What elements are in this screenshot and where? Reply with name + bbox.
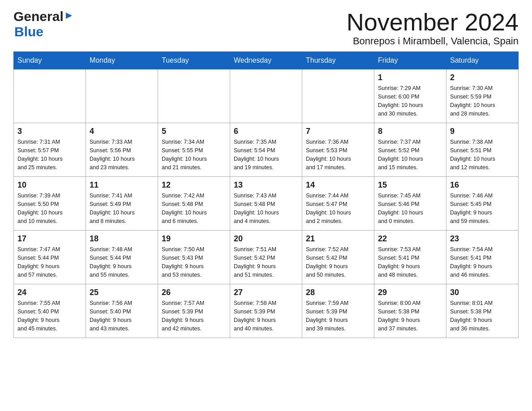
calendar-cell: 17Sunrise: 7:47 AMSunset: 5:44 PMDayligh… — [14, 231, 86, 284]
day-info: Sunrise: 7:53 AMSunset: 5:41 PMDaylight:… — [378, 245, 442, 279]
day-number: 2 — [450, 73, 515, 82]
calendar-cell: 27Sunrise: 7:58 AMSunset: 5:39 PMDayligh… — [230, 284, 302, 338]
calendar-cell — [86, 69, 158, 123]
calendar-cell: 24Sunrise: 7:55 AMSunset: 5:40 PMDayligh… — [14, 284, 86, 338]
calendar-cell: 26Sunrise: 7:57 AMSunset: 5:39 PMDayligh… — [158, 284, 230, 338]
day-number: 12 — [162, 180, 226, 190]
logo-general-text: General — [13, 9, 64, 24]
calendar-cell: 12Sunrise: 7:42 AMSunset: 5:48 PMDayligh… — [158, 177, 230, 231]
day-info: Sunrise: 7:54 AMSunset: 5:41 PMDaylight:… — [450, 245, 515, 279]
day-number: 28 — [306, 288, 370, 297]
day-number: 27 — [234, 288, 298, 297]
day-info: Sunrise: 7:45 AMSunset: 5:46 PMDaylight:… — [378, 192, 442, 225]
logo-triangle-icon — [65, 12, 73, 21]
day-info: Sunrise: 7:51 AMSunset: 5:42 PMDaylight:… — [234, 245, 298, 279]
day-number: 3 — [17, 127, 82, 136]
calendar-week-row: 24Sunrise: 7:55 AMSunset: 5:40 PMDayligh… — [14, 284, 519, 338]
day-number: 9 — [450, 127, 515, 136]
day-number: 29 — [378, 288, 442, 297]
day-number: 17 — [17, 234, 82, 244]
day-number: 25 — [90, 288, 154, 297]
calendar-cell: 2Sunrise: 7:30 AMSunset: 5:59 PMDaylight… — [446, 69, 519, 123]
calendar-cell: 10Sunrise: 7:39 AMSunset: 5:50 PMDayligh… — [14, 177, 86, 231]
calendar-cell: 22Sunrise: 7:53 AMSunset: 5:41 PMDayligh… — [374, 231, 446, 284]
calendar-cell: 1Sunrise: 7:29 AMSunset: 6:00 PMDaylight… — [374, 69, 446, 123]
day-info: Sunrise: 7:31 AMSunset: 5:57 PMDaylight:… — [17, 138, 82, 171]
day-number: 24 — [17, 288, 82, 297]
title-block: November 2024 Bonrepos i Mirambell, Vale… — [347, 9, 519, 47]
day-number: 20 — [234, 234, 298, 244]
day-info: Sunrise: 7:57 AMSunset: 5:39 PMDaylight:… — [162, 299, 226, 333]
calendar-cell: 30Sunrise: 8:01 AMSunset: 5:38 PMDayligh… — [446, 284, 519, 338]
day-info: Sunrise: 7:33 AMSunset: 5:56 PMDaylight:… — [90, 138, 154, 171]
calendar-cell — [14, 69, 86, 123]
calendar-cell: 6Sunrise: 7:35 AMSunset: 5:54 PMDaylight… — [230, 123, 302, 177]
calendar-week-row: 1Sunrise: 7:29 AMSunset: 6:00 PMDaylight… — [14, 69, 519, 123]
day-info: Sunrise: 7:30 AMSunset: 5:59 PMDaylight:… — [450, 84, 515, 118]
calendar-cell: 21Sunrise: 7:52 AMSunset: 5:42 PMDayligh… — [302, 231, 374, 284]
day-info: Sunrise: 7:37 AMSunset: 5:52 PMDaylight:… — [378, 138, 442, 171]
day-header-saturday: Saturday — [446, 52, 519, 69]
calendar-cell: 11Sunrise: 7:41 AMSunset: 5:49 PMDayligh… — [86, 177, 158, 231]
calendar-cell: 29Sunrise: 8:00 AMSunset: 5:38 PMDayligh… — [374, 284, 446, 338]
calendar-cell — [230, 69, 302, 123]
day-number: 22 — [378, 234, 442, 244]
day-header-wednesday: Wednesday — [230, 52, 302, 69]
day-number: 6 — [234, 127, 298, 136]
calendar-cell: 28Sunrise: 7:59 AMSunset: 5:39 PMDayligh… — [302, 284, 374, 338]
day-info: Sunrise: 7:48 AMSunset: 5:44 PMDaylight:… — [90, 245, 154, 279]
calendar-table: SundayMondayTuesdayWednesdayThursdayFrid… — [13, 51, 519, 338]
day-number: 7 — [306, 127, 370, 136]
day-number: 13 — [234, 180, 298, 190]
day-info: Sunrise: 8:00 AMSunset: 5:38 PMDaylight:… — [378, 299, 442, 333]
day-info: Sunrise: 7:46 AMSunset: 5:45 PMDaylight:… — [450, 192, 515, 225]
day-number: 21 — [306, 234, 370, 244]
location-subtitle: Bonrepos i Mirambell, Valencia, Spain — [347, 35, 519, 47]
day-number: 5 — [162, 127, 226, 136]
day-info: Sunrise: 7:50 AMSunset: 5:43 PMDaylight:… — [162, 245, 226, 279]
calendar-cell: 14Sunrise: 7:44 AMSunset: 5:47 PMDayligh… — [302, 177, 374, 231]
calendar-header-row: SundayMondayTuesdayWednesdayThursdayFrid… — [14, 52, 519, 69]
calendar-cell: 3Sunrise: 7:31 AMSunset: 5:57 PMDaylight… — [14, 123, 86, 177]
day-info: Sunrise: 7:44 AMSunset: 5:47 PMDaylight:… — [306, 192, 370, 225]
month-year-title: November 2024 — [347, 9, 519, 35]
day-info: Sunrise: 7:55 AMSunset: 5:40 PMDaylight:… — [17, 299, 82, 333]
calendar-cell: 16Sunrise: 7:46 AMSunset: 5:45 PMDayligh… — [446, 177, 519, 231]
calendar-cell: 25Sunrise: 7:56 AMSunset: 5:40 PMDayligh… — [86, 284, 158, 338]
calendar-week-row: 17Sunrise: 7:47 AMSunset: 5:44 PMDayligh… — [14, 231, 519, 284]
day-info: Sunrise: 7:38 AMSunset: 5:51 PMDaylight:… — [450, 138, 515, 171]
day-info: Sunrise: 7:52 AMSunset: 5:42 PMDaylight:… — [306, 245, 370, 279]
day-number: 15 — [378, 180, 442, 190]
day-info: Sunrise: 7:41 AMSunset: 5:49 PMDaylight:… — [90, 192, 154, 225]
calendar-cell — [158, 69, 230, 123]
calendar-cell — [302, 69, 374, 123]
day-info: Sunrise: 7:39 AMSunset: 5:50 PMDaylight:… — [17, 192, 82, 225]
day-number: 18 — [90, 234, 154, 244]
calendar-cell: 20Sunrise: 7:51 AMSunset: 5:42 PMDayligh… — [230, 231, 302, 284]
day-number: 14 — [306, 180, 370, 190]
calendar-cell: 18Sunrise: 7:48 AMSunset: 5:44 PMDayligh… — [86, 231, 158, 284]
day-info: Sunrise: 7:34 AMSunset: 5:55 PMDaylight:… — [162, 138, 226, 171]
calendar-cell: 7Sunrise: 7:36 AMSunset: 5:53 PMDaylight… — [302, 123, 374, 177]
calendar-cell: 9Sunrise: 7:38 AMSunset: 5:51 PMDaylight… — [446, 123, 519, 177]
day-number: 11 — [90, 180, 154, 190]
day-info: Sunrise: 7:58 AMSunset: 5:39 PMDaylight:… — [234, 299, 298, 333]
logo: General Blue — [13, 9, 73, 39]
day-info: Sunrise: 7:42 AMSunset: 5:48 PMDaylight:… — [162, 192, 226, 225]
logo-blue-text: Blue — [14, 24, 43, 39]
day-header-tuesday: Tuesday — [158, 52, 230, 69]
day-header-monday: Monday — [86, 52, 158, 69]
day-info: Sunrise: 7:59 AMSunset: 5:39 PMDaylight:… — [306, 299, 370, 333]
day-header-thursday: Thursday — [302, 52, 374, 69]
day-info: Sunrise: 7:47 AMSunset: 5:44 PMDaylight:… — [17, 245, 82, 279]
calendar-week-row: 3Sunrise: 7:31 AMSunset: 5:57 PMDaylight… — [14, 123, 519, 177]
day-number: 26 — [162, 288, 226, 297]
day-number: 19 — [162, 234, 226, 244]
calendar-cell: 8Sunrise: 7:37 AMSunset: 5:52 PMDaylight… — [374, 123, 446, 177]
calendar-cell: 5Sunrise: 7:34 AMSunset: 5:55 PMDaylight… — [158, 123, 230, 177]
day-info: Sunrise: 7:29 AMSunset: 6:00 PMDaylight:… — [378, 84, 442, 118]
day-info: Sunrise: 7:43 AMSunset: 5:48 PMDaylight:… — [234, 192, 298, 225]
day-info: Sunrise: 8:01 AMSunset: 5:38 PMDaylight:… — [450, 299, 515, 333]
day-info: Sunrise: 7:35 AMSunset: 5:54 PMDaylight:… — [234, 138, 298, 171]
day-number: 30 — [450, 288, 515, 297]
